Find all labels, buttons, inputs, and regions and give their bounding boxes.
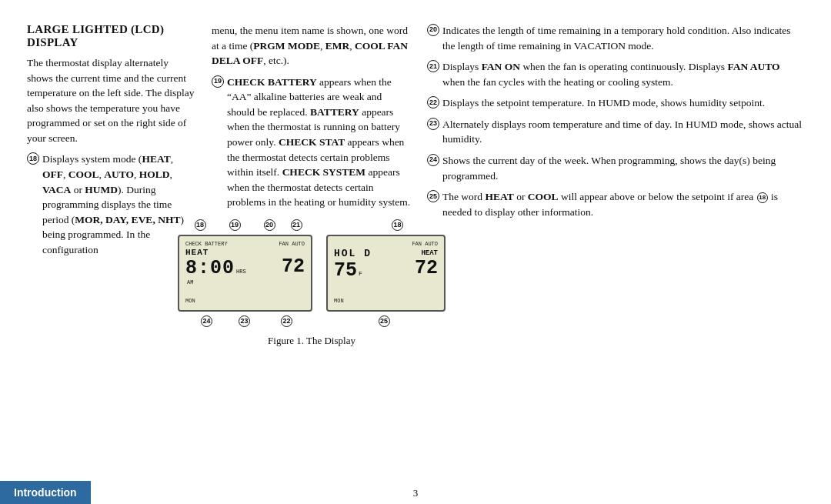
- num-21: 21: [427, 60, 439, 72]
- circle-18-inline: 18: [757, 192, 768, 203]
- bold-check-system: CHECK SYSTEM: [282, 166, 365, 178]
- section-title: LARGE LIGHTED (LCD) DISPLAY: [27, 23, 196, 49]
- bottom-bubbles-2: 25: [379, 315, 394, 327]
- mon-label-1: MON: [185, 298, 195, 304]
- time-section: 8:00 HRS: [185, 257, 246, 279]
- lcd-display-1: CHECK BATTERY FAN AUTO HEAT 8:00 HRS: [178, 235, 312, 312]
- main-columns: LARGE LIGHTED (LCD) DISPLAY The thermost…: [27, 23, 804, 482]
- item-22-text: Displays the setpoint temperature. In HU…: [442, 95, 804, 111]
- bold-auto: AUTO: [104, 169, 134, 180]
- bubble-18-top2: 18: [392, 219, 403, 231]
- figure-area: 18 19 20 21 CHECK BATTERY FAN AUTO: [212, 219, 412, 355]
- item-23: 23 Alternately displays room temperature…: [427, 117, 804, 147]
- item-23-text: Alternately displays room temperature an…: [442, 117, 804, 147]
- figure-group-2: 18 FAN AUTO HOL D: [326, 219, 446, 327]
- lcd-mid-row: HEAT 8:00 HRS AM 72: [185, 248, 305, 285]
- bold-cool-25: COOL: [528, 191, 559, 202]
- item-18: 18 Displays system mode (HEAT, OFF, COOL…: [27, 152, 196, 257]
- item-24: 24 Shows the current day of the week. Wh…: [427, 153, 804, 183]
- bubble-22-bottom: 22: [281, 315, 292, 327]
- top-bubbles-1: 18 19 20 21: [189, 219, 302, 231]
- lcd-inner-1: CHECK BATTERY FAN AUTO HEAT 8:00 HRS: [185, 241, 305, 304]
- displays-row: 18 19 20 21 CHECK BATTERY FAN AUTO: [178, 219, 446, 327]
- item-25-text: The word HEAT or COOL will appear above …: [442, 189, 804, 219]
- item-24-text: Shows the current day of the week. When …: [442, 153, 804, 183]
- heat-mode-label: HEAT: [185, 248, 246, 257]
- fan-auto-label-2: FAN AUTO: [412, 241, 438, 247]
- top-bubbles-2: 18: [369, 219, 403, 231]
- item-21-text: Displays FAN ON when the fan is operatin…: [442, 59, 804, 89]
- heat-label-2: HEAT: [421, 249, 438, 257]
- item-21: 21 Displays FAN ON when the fan is opera…: [427, 59, 804, 89]
- right-section-2: HEAT 72: [415, 249, 438, 279]
- item-19: 19 CHECK BATTERY appears when the “AA” a…: [212, 75, 412, 210]
- time-display: 8:00: [185, 257, 235, 279]
- lcd-bottom-2: MON: [334, 298, 438, 304]
- bubble-19-top: 19: [229, 219, 241, 231]
- item-18-text: Displays system mode (HEAT, OFF, COOL, A…: [42, 152, 196, 257]
- col-middle-intro: menu, the menu item name is shown, one w…: [212, 23, 412, 68]
- num-23: 23: [427, 118, 439, 130]
- bubble-21-top: 21: [291, 219, 302, 231]
- col-middle: menu, the menu item name is shown, one w…: [212, 23, 412, 482]
- check-battery-label: CHECK BATTERY: [185, 241, 228, 247]
- col-right: 20 Indicates the length of time remainin…: [427, 23, 804, 482]
- item-25: 25 The word HEAT or COOL will appear abo…: [427, 189, 804, 219]
- intro-paragraph: The thermostat display alternately shows…: [27, 55, 196, 145]
- bottom-bubbles-1: 24 23 22: [198, 315, 292, 327]
- introduction-tab[interactable]: Introduction: [0, 481, 91, 504]
- bubble-20-top: 20: [264, 219, 275, 231]
- page-number: 3: [27, 482, 804, 504]
- num-22: 22: [427, 96, 439, 108]
- lcd-top-2: FAN AUTO: [334, 241, 438, 247]
- bold-fan-on: FAN ON: [482, 61, 520, 72]
- col-left: LARGE LIGHTED (LCD) DISPLAY The thermost…: [27, 23, 196, 482]
- bubble-25-bottom: 25: [379, 315, 390, 327]
- item-20: 20 Indicates the length of time remainin…: [427, 23, 804, 53]
- bubble-23-bottom: 23: [239, 315, 250, 327]
- item-19-text: CHECK BATTERY appears when the “AA” alka…: [227, 75, 412, 210]
- hrs-label: HRS: [236, 269, 246, 275]
- bubble-24-bottom: 24: [201, 315, 212, 327]
- temp-display-1: 72: [282, 255, 305, 278]
- lcd-display-2: FAN AUTO HOL D 75 F: [326, 235, 446, 312]
- num-25: 25: [427, 190, 439, 202]
- lcd-top-1: CHECK BATTERY FAN AUTO: [185, 241, 305, 247]
- bold-hold: HOLD: [139, 169, 170, 180]
- bold-cool: COOL: [68, 169, 99, 180]
- hold-temp-2: 72: [415, 257, 438, 279]
- left-section-2: HOL D 75 F: [334, 248, 372, 282]
- bold-periods: MOR, DAY, EVE, NHT: [75, 214, 180, 225]
- hold-temp-1: 75: [334, 259, 357, 282]
- item-20-text: Indicates the length of time remaining i…: [442, 23, 804, 53]
- page-content: LARGE LIGHTED (LCD) DISPLAY The thermost…: [0, 0, 831, 504]
- item-22: 22 Displays the setpoint temperature. In…: [427, 95, 804, 111]
- bold-check-battery: CHECK BATTERY: [227, 76, 317, 88]
- bold-heat: HEAT: [142, 153, 170, 165]
- bold-check-stat: CHECK STAT: [279, 136, 345, 148]
- left-section: HEAT 8:00 HRS AM: [185, 248, 246, 285]
- bold-prgm: PRGM MODE: [253, 40, 320, 52]
- bold-off: OFF: [42, 169, 63, 180]
- deg-f: F: [359, 270, 362, 277]
- num-24: 24: [427, 154, 439, 166]
- hold-label: HOL D: [334, 248, 372, 259]
- bubble-18-top: 18: [195, 219, 206, 231]
- figure-group-1: 18 19 20 21 CHECK BATTERY FAN AUTO: [178, 219, 312, 327]
- figure-caption: Figure 1. The Display: [268, 335, 355, 347]
- lcd-mid-row-2: HOL D 75 F HEAT 72: [334, 248, 438, 282]
- fan-auto-label-1: FAN AUTO: [279, 241, 305, 247]
- num-20: 20: [427, 24, 439, 36]
- mon-label-2: MON: [334, 298, 344, 304]
- num-19: 19: [212, 75, 224, 88]
- lcd-inner-2: FAN AUTO HOL D 75 F: [334, 241, 438, 304]
- num-18: 18: [27, 152, 39, 165]
- lcd-bottom-1: MON: [185, 298, 305, 304]
- bold-battery: BATTERY: [310, 106, 359, 118]
- bold-fan-auto: FAN AUTO: [727, 61, 779, 72]
- bold-humd: HUMD: [85, 184, 118, 195]
- hold-temp-section: 75 F: [334, 259, 372, 282]
- bold-emr: EMR: [325, 40, 350, 52]
- am-label: AM: [187, 279, 246, 285]
- bold-heat-25: HEAT: [485, 191, 513, 202]
